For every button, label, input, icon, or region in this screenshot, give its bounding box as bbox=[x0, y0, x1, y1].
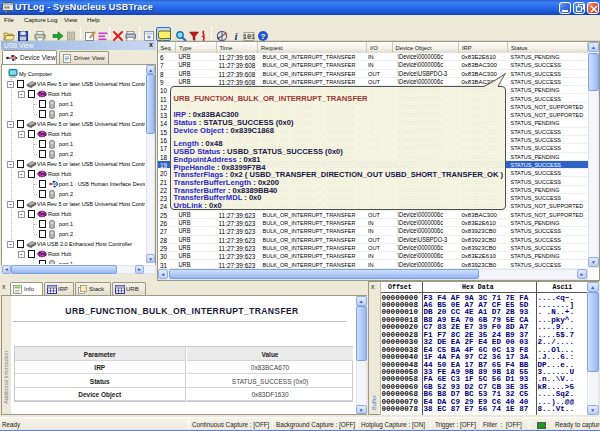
svg-text:?: ? bbox=[261, 32, 266, 41]
svg-text:101: 101 bbox=[243, 33, 255, 41]
